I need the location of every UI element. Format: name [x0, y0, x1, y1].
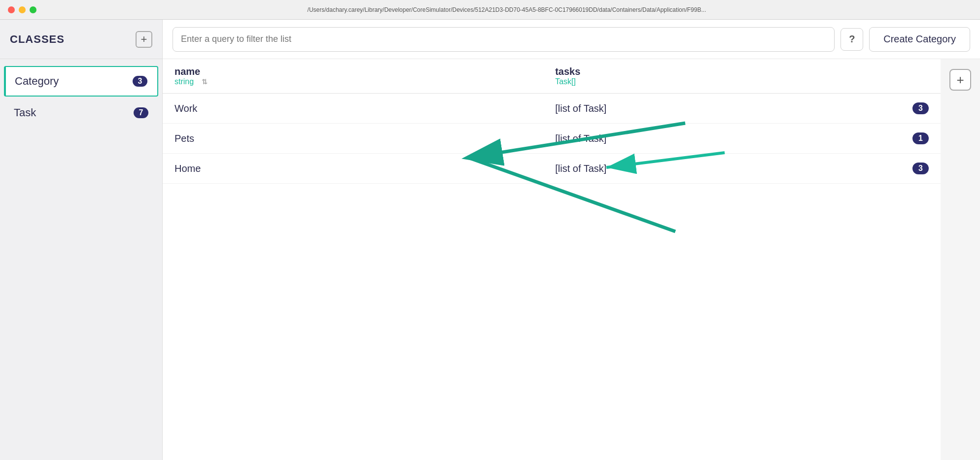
- col-tasks-label: tasks: [555, 66, 929, 77]
- sidebar-title: CLASSES: [10, 33, 65, 46]
- row-name-pets: Pets: [163, 124, 543, 154]
- tasks-badge-home: 3: [912, 163, 929, 174]
- app-container: CLASSES + Category 3 Task 7 ‹ ? Create C…: [0, 20, 980, 460]
- row-name-home: Home: [163, 154, 543, 184]
- row-name-work: Work: [163, 94, 543, 124]
- sidebar: CLASSES + Category 3 Task 7 ‹: [0, 20, 163, 460]
- col-name-type: string: [175, 77, 194, 86]
- column-header-name: name string ⇅: [163, 59, 543, 94]
- search-input[interactable]: [173, 27, 835, 52]
- table-body: Work [list of Task] 3 Pets: [163, 94, 941, 184]
- tasks-cell-pets: [list of Task] 1: [555, 132, 929, 144]
- tasks-value-work: [list of Task]: [555, 103, 606, 114]
- window-path: /Users/dachary.carey/Library/Developer/C…: [41, 6, 972, 13]
- sidebar-item-task-badge: 7: [134, 107, 148, 118]
- help-button[interactable]: ?: [840, 28, 863, 51]
- close-button[interactable]: [8, 6, 15, 13]
- top-bar: ? Create Category: [163, 20, 980, 59]
- tasks-value-pets: [list of Task]: [555, 133, 606, 144]
- col-name-label: name: [175, 66, 531, 77]
- right-add-button[interactable]: +: [949, 69, 971, 91]
- sidebar-item-task-label: Task: [14, 106, 36, 119]
- sidebar-item-task[interactable]: Task 7: [4, 99, 158, 127]
- sort-icon[interactable]: ⇅: [202, 78, 208, 86]
- sidebar-item-category-badge: 3: [133, 76, 147, 87]
- row-tasks-work: [list of Task] 3: [543, 94, 941, 124]
- tasks-cell-home: [list of Task] 3: [555, 163, 929, 174]
- tasks-badge-pets: 1: [912, 132, 929, 144]
- column-header-tasks: tasks Task[]: [543, 59, 941, 94]
- tasks-cell-work: [list of Task] 3: [555, 102, 929, 114]
- maximize-button[interactable]: [30, 6, 36, 13]
- table-container: name string ⇅ tasks Task[]: [163, 59, 941, 460]
- sidebar-item-category[interactable]: Category 3: [4, 66, 158, 97]
- traffic-lights: [8, 6, 36, 13]
- col-tasks-type: Task[]: [555, 77, 929, 86]
- main-content: ? Create Category name string ⇅: [163, 20, 980, 460]
- right-add-area: +: [941, 59, 980, 460]
- sidebar-add-button[interactable]: +: [136, 31, 152, 48]
- sidebar-item-category-label: Category: [15, 75, 59, 88]
- sidebar-items-list: Category 3 Task 7: [0, 59, 162, 460]
- sidebar-header: CLASSES +: [0, 20, 162, 59]
- data-table: name string ⇅ tasks Task[]: [163, 59, 941, 184]
- table-row[interactable]: Pets [list of Task] 1: [163, 124, 941, 154]
- create-category-button[interactable]: Create Category: [869, 27, 970, 52]
- minimize-button[interactable]: [19, 6, 26, 13]
- table-row[interactable]: Home [list of Task] 3: [163, 154, 941, 184]
- table-header-row: name string ⇅ tasks Task[]: [163, 59, 941, 94]
- table-row[interactable]: Work [list of Task] 3: [163, 94, 941, 124]
- tasks-badge-work: 3: [912, 102, 929, 114]
- title-bar: /Users/dachary.carey/Library/Developer/C…: [0, 0, 980, 20]
- row-tasks-pets: [list of Task] 1: [543, 124, 941, 154]
- tasks-value-home: [list of Task]: [555, 163, 606, 174]
- row-tasks-home: [list of Task] 3: [543, 154, 941, 184]
